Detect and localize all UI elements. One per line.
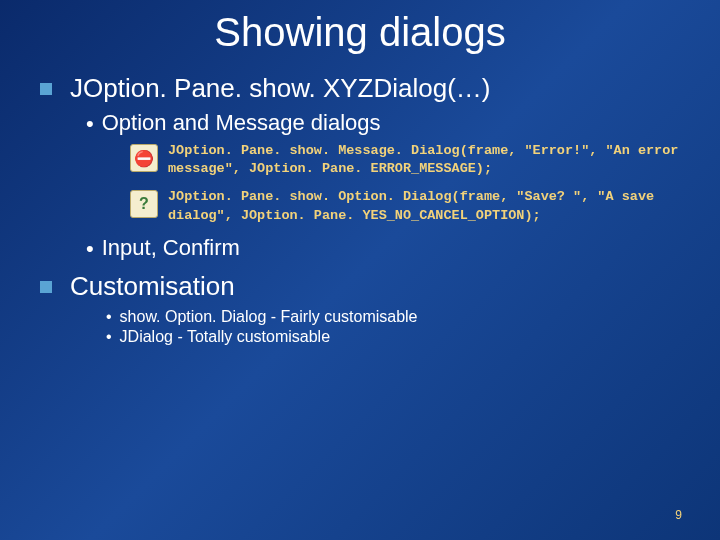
code-example-error: ⛔ JOption. Pane. show. Message. Dialog(f…: [130, 142, 680, 178]
page-number: 9: [675, 508, 682, 522]
bullet-dot-icon: •: [86, 238, 94, 260]
bullet-text: JDialog - Totally customisable: [120, 328, 330, 346]
bullet-text: Option and Message dialogs: [102, 110, 381, 136]
square-bullet-icon: [40, 281, 52, 293]
bullet-showoptiondialog: • show. Option. Dialog - Fairly customis…: [106, 308, 680, 326]
slide-title: Showing dialogs: [40, 10, 680, 55]
bullet-dot-icon: •: [106, 308, 112, 326]
square-bullet-icon: [40, 83, 52, 95]
slide: Showing dialogs JOption. Pane. show. XYZ…: [0, 0, 720, 540]
code-text: JOption. Pane. show. Message. Dialog(fra…: [168, 142, 680, 178]
code-example-save: ? JOption. Pane. show. Option. Dialog(fr…: [130, 188, 680, 224]
code-text: JOption. Pane. show. Option. Dialog(fram…: [168, 188, 680, 224]
bullet-text: show. Option. Dialog - Fairly customisab…: [120, 308, 418, 326]
section-joptionpane: JOption. Pane. show. XYZDialog(…): [40, 73, 680, 104]
question-dialog-icon: ?: [130, 190, 158, 218]
bullet-dot-icon: •: [106, 328, 112, 346]
section-customisation: Customisation: [40, 271, 680, 302]
bullet-jdialog: • JDialog - Totally customisable: [106, 328, 680, 346]
bullet-option-message: • Option and Message dialogs: [86, 110, 680, 136]
error-dialog-icon: ⛔: [130, 144, 158, 172]
bullet-input-confirm: • Input, Confirm: [86, 235, 680, 261]
bullet-text: Input, Confirm: [102, 235, 240, 261]
bullet-dot-icon: •: [86, 113, 94, 135]
heading-customisation: Customisation: [70, 271, 235, 302]
heading-joptionpane: JOption. Pane. show. XYZDialog(…): [70, 73, 491, 104]
